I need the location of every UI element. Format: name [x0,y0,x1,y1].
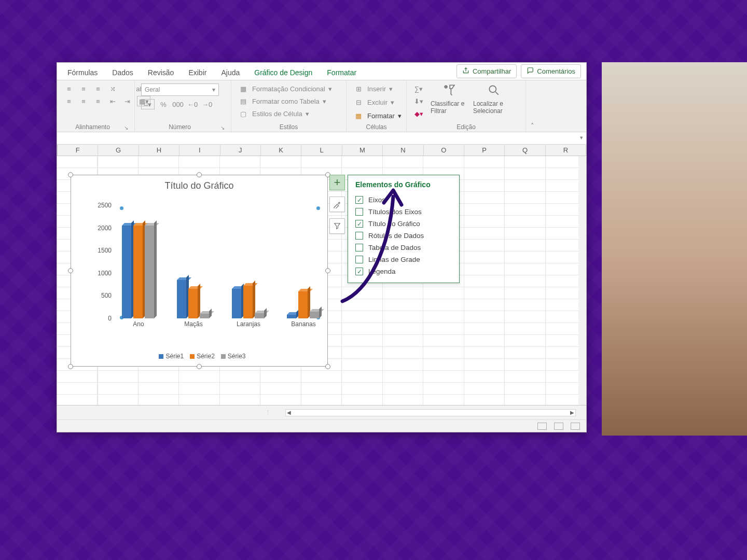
col-header[interactable]: I [179,145,220,156]
comments-button[interactable]: Comentários [521,64,581,78]
chart-bar[interactable] [188,289,198,318]
checkbox-icon[interactable]: ✓ [355,268,363,275]
checkbox-icon[interactable]: ✓ [355,196,363,204]
align-center-icon[interactable]: ≡ [78,96,89,106]
chart-legend[interactable]: Série1Série2Série3 [71,353,327,360]
chart-bar[interactable] [232,289,241,318]
tab-format[interactable]: Formatar [320,65,364,80]
format-as-table-button[interactable]: ▤ Formatar como Tabela ▾ [238,96,332,106]
orientation-icon[interactable]: ⤭ [107,83,118,94]
resize-handle[interactable] [197,172,202,177]
chart-element-option[interactable]: ✓Título do Gráfico [355,218,452,230]
insert-cells-button[interactable]: ⊞ Inserir ▾ [353,83,402,94]
thousand-icon[interactable]: 000 [172,99,184,109]
checkbox-icon[interactable] [355,244,363,251]
page-layout-view-icon[interactable] [554,423,563,430]
chart-styles-button[interactable] [329,197,345,212]
scroll-left-icon[interactable]: ◀ [287,410,291,415]
resize-handle[interactable] [68,364,73,369]
col-header[interactable]: G [98,145,139,156]
share-button[interactable]: Compartilhar [457,64,517,78]
col-header[interactable]: F [58,145,98,156]
fill-icon[interactable]: ⬇▾ [413,96,424,106]
chart-plot-area[interactable]: 05001000150020002500 [88,205,318,318]
currency-icon[interactable]: ⌑▾ [141,99,155,109]
chart-bar[interactable] [133,226,143,318]
delete-cells-button[interactable]: ⊟ Excluir ▾ [353,97,402,107]
conditional-formatting-button[interactable]: ▦ Formatação Condicional ▾ [238,83,332,94]
tab-formulas[interactable]: Fórmulas [60,65,105,80]
normal-view-icon[interactable] [537,423,547,430]
scroll-right-icon[interactable]: ▶ [570,410,574,415]
col-header[interactable]: J [220,145,261,156]
align-right-icon[interactable]: ≡ [92,96,104,106]
find-select-button[interactable]: Localizar e Selecionar [473,83,515,115]
resize-handle[interactable] [68,172,73,177]
chart-bar[interactable] [243,286,253,318]
align-middle-icon[interactable]: ≡ [78,83,89,94]
scroll-down-icon[interactable]: ▼ [579,397,586,405]
chart-element-option[interactable]: ✓Eixos [355,194,452,206]
formula-bar-expand-icon[interactable]: ▾ [580,134,583,141]
col-header[interactable]: O [424,145,464,156]
tab-dados[interactable]: Dados [105,65,140,80]
chart-bar[interactable] [200,314,209,318]
chart-element-option[interactable]: ✓Legenda [355,265,452,277]
number-format-select[interactable]: Geral ▾ [141,83,219,96]
align-left-icon[interactable]: ≡ [63,96,75,106]
chart-bar[interactable] [310,312,319,318]
ribbon-collapse-button[interactable]: ˄ [526,120,538,132]
number-launcher-icon[interactable]: ↘ [220,125,225,131]
page-break-view-icon[interactable] [571,423,580,430]
chart-element-option[interactable]: Tabela de Dados [355,242,452,254]
tab-revisao[interactable]: Revisão [141,65,182,80]
chart-bar[interactable] [287,315,296,318]
chart-x-axis[interactable]: AnoMaçãsLaranjasBananas [118,320,319,331]
chart-bar[interactable] [255,313,264,318]
col-header[interactable]: R [546,145,586,156]
col-header[interactable]: Q [505,145,545,156]
format-cells-button[interactable]: ▦ Formatar ▾ [353,110,402,121]
col-header[interactable]: P [464,145,505,156]
chart-element-option[interactable]: Títulos dos Eixos [355,206,452,218]
sort-filter-button[interactable]: Classificar e Filtrar [431,83,467,115]
col-header[interactable]: H [139,145,179,156]
worksheet[interactable]: ▲ ▼ Título do Gráfico 050010001500200025… [57,156,586,405]
indent-inc-icon[interactable]: ⇥ [121,96,133,106]
sheet-tab-area[interactable]: ⋮ [57,409,275,416]
scroll-up-icon[interactable]: ▲ [579,156,586,164]
checkbox-icon[interactable]: ✓ [355,220,363,228]
autosum-icon[interactable]: ∑▾ [413,83,424,94]
chart-bar[interactable] [122,226,131,318]
tab-ajuda[interactable]: Ajuda [214,65,247,80]
cell-styles-button[interactable]: ▢ Estilos de Célula ▾ [238,108,332,119]
chart-element-option[interactable]: Rótulos de Dados [355,230,452,242]
chart-title[interactable]: Título do Gráfico [71,175,327,191]
chart-y-axis[interactable]: 05001000150020002500 [88,205,115,318]
resize-handle[interactable] [68,268,73,273]
chart-bar[interactable] [145,226,154,318]
chart-bar[interactable] [177,280,186,318]
col-header[interactable]: N [383,145,423,156]
checkbox-icon[interactable] [355,232,363,240]
alignment-launcher-icon[interactable]: ↘ [124,125,128,131]
resize-handle[interactable] [197,364,202,369]
clear-icon[interactable]: ◆▾ [413,108,424,119]
align-bottom-icon[interactable]: ≡ [92,83,104,94]
align-top-icon[interactable]: ≡ [63,83,75,94]
resize-handle[interactable] [325,268,330,273]
indent-dec-icon[interactable]: ⇤ [107,96,118,106]
chart-filters-button[interactable] [329,218,345,234]
decrease-decimal-icon[interactable]: →0 [201,99,213,109]
col-header[interactable]: K [261,145,301,156]
chart-bar[interactable] [298,291,308,318]
horizontal-scrollbar[interactable]: ⋮ ◀ ▶ [57,405,586,419]
formula-bar[interactable]: ▾ [57,132,586,145]
chart-elements-button[interactable]: + [329,175,345,190]
vertical-scrollbar[interactable]: ▲ ▼ [578,156,586,405]
checkbox-icon[interactable] [355,208,363,216]
chart-bars[interactable] [118,205,318,318]
chart-object[interactable]: Título do Gráfico 05001000150020002500 A… [71,175,328,367]
tab-exibir[interactable]: Exibir [181,65,214,80]
col-header[interactable]: M [342,145,383,156]
